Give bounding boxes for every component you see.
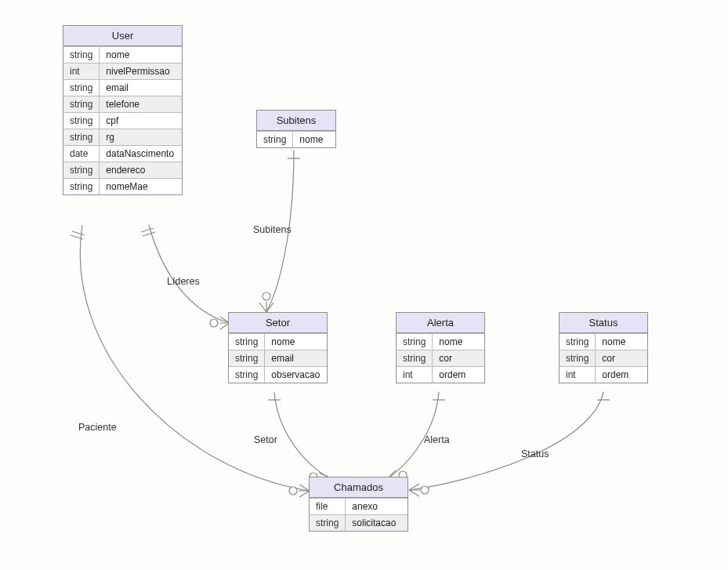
rel-label-status: Status [521,448,549,459]
rel-label-subitens: Subitens [253,224,292,235]
entity-setor: Setor stringnome stringemail stringobser… [228,312,328,383]
entity-user-rows: stringnome intnivelPermissao stringemail… [63,46,182,194]
entity-alerta-rows: stringnome stringcor intordem [397,333,484,383]
entity-alerta: Alerta stringnome stringcor intordem [396,312,485,383]
entity-setor-rows: stringnome stringemail stringobservacao [229,333,327,383]
entity-setor-title: Setor [229,313,327,333]
entity-alerta-title: Alerta [397,313,484,333]
svg-line-0 [72,231,85,235]
entity-user-title: User [63,26,182,46]
entity-chamados-title: Chamados [310,477,407,498]
entity-status-rows: stringnome stringcor intordem [560,333,647,383]
svg-point-13 [421,486,429,494]
entity-chamados-rows: fileanexo stringsolicitacao [310,498,407,531]
entity-status: Status stringnome stringcor intordem [559,312,648,383]
rel-label-setor: Setor [254,434,277,445]
svg-point-2 [289,487,297,495]
rel-label-paciente: Paciente [78,422,117,433]
svg-line-1 [71,235,83,239]
svg-point-7 [263,292,270,300]
entity-status-title: Status [560,313,647,333]
entity-subitens-title: Subitens [257,111,335,131]
rel-label-alerta: Alerta [424,434,450,445]
entity-chamados: Chamados fileanexo stringsolicitacao [309,477,408,532]
entity-user: User stringnome intnivelPermissao string… [63,25,183,195]
entity-subitens: Subitens stringnome [256,110,336,148]
svg-line-3 [141,228,154,232]
svg-point-5 [210,319,218,327]
entity-subitens-rows: stringnome [257,131,335,147]
rel-label-lideres: Líderes [167,276,200,287]
svg-line-4 [143,232,155,236]
